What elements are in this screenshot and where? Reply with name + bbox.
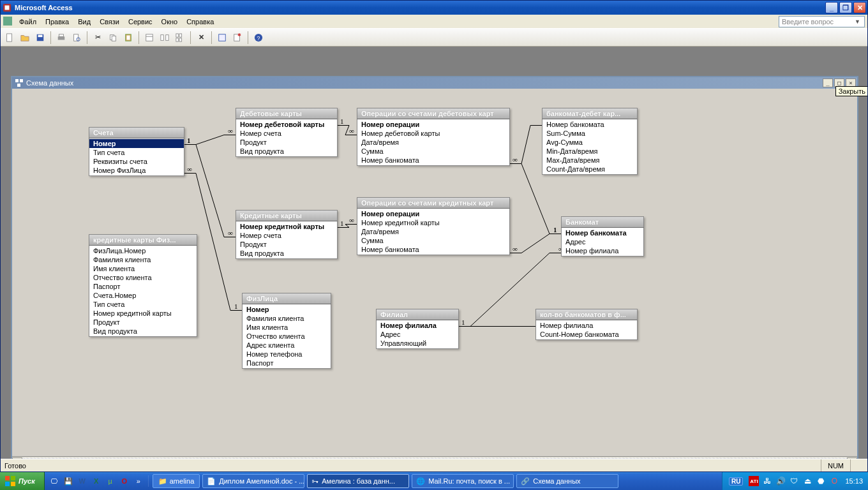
field[interactable]: Номер телефона bbox=[243, 350, 331, 359]
show-table-icon[interactable] bbox=[143, 31, 156, 44]
menu-window[interactable]: Окно bbox=[157, 17, 183, 27]
table-title[interactable]: Счета bbox=[89, 127, 184, 138]
schema-window-titlebar[interactable]: Схема данных _ □ × bbox=[12, 77, 857, 89]
scroll-right-icon[interactable]: ► bbox=[847, 457, 857, 459]
tray-ati-icon[interactable]: ATI bbox=[749, 476, 759, 486]
field[interactable]: Номер операции bbox=[357, 120, 509, 129]
field[interactable]: Номер филиала bbox=[536, 321, 637, 330]
ql-more-icon[interactable]: » bbox=[133, 475, 144, 487]
field[interactable]: Адрес bbox=[377, 330, 458, 339]
ql-word-icon[interactable]: W bbox=[77, 475, 88, 487]
field[interactable]: Тип счета bbox=[89, 300, 197, 309]
field[interactable]: Номер филиала bbox=[562, 246, 643, 255]
field[interactable]: Номер bbox=[243, 305, 331, 314]
scroll-track[interactable] bbox=[22, 457, 847, 459]
table-kred_fiz[interactable]: кредитные карты Физ...ФизЛица.НомерФамил… bbox=[89, 234, 197, 337]
taskbar-task-2[interactable]: 🌐Mail.Ru: почта, поиск в ... bbox=[412, 474, 514, 488]
ql-save-icon[interactable]: 💾 bbox=[63, 475, 74, 487]
open-icon[interactable] bbox=[19, 31, 31, 44]
start-button[interactable]: Пуск bbox=[0, 472, 45, 490]
field[interactable]: Фамилия клиента bbox=[89, 255, 197, 264]
table-title[interactable]: Филиал bbox=[376, 309, 459, 320]
tray-av-icon[interactable]: ⬣ bbox=[816, 476, 826, 486]
field[interactable]: Тип счета bbox=[89, 148, 184, 157]
field[interactable]: Номер банкомата bbox=[562, 228, 643, 237]
table-bankomat[interactable]: БанкоматНомер банкоматаАдресНомер филиал… bbox=[561, 216, 644, 256]
field[interactable]: Avg-Сумма bbox=[542, 138, 637, 147]
cut-icon[interactable]: ✂ bbox=[91, 31, 104, 44]
field[interactable]: Номер bbox=[89, 139, 184, 148]
tray-network-icon[interactable]: 🖧 bbox=[762, 476, 772, 486]
db-window-icon[interactable] bbox=[216, 31, 228, 44]
field[interactable]: Номер операции bbox=[357, 209, 509, 218]
field[interactable]: Count-Номер банкомата bbox=[536, 330, 637, 339]
table-title[interactable]: Дебетовые карты bbox=[236, 108, 338, 119]
table-title[interactable]: кредитные карты Физ... bbox=[89, 234, 197, 246]
taskbar-task-1[interactable]: 🗝Амелина : база данн... bbox=[307, 474, 409, 488]
field[interactable]: Номер банкомата bbox=[357, 245, 509, 254]
input-language[interactable]: RU bbox=[729, 477, 743, 486]
field[interactable]: Номер филиала bbox=[377, 321, 458, 330]
field[interactable]: Номер счета bbox=[236, 231, 337, 240]
print-icon[interactable] bbox=[55, 31, 68, 44]
paste-icon[interactable] bbox=[122, 31, 135, 44]
scroll-left-icon[interactable]: ◄ bbox=[12, 457, 22, 459]
menu-file[interactable]: Файл bbox=[15, 17, 41, 27]
copy-icon[interactable] bbox=[107, 31, 119, 44]
field[interactable]: Номер кредитной карты bbox=[357, 218, 509, 227]
ql-utorrent-icon[interactable]: µ bbox=[105, 475, 116, 487]
field[interactable]: Вид продукта bbox=[89, 327, 197, 336]
field[interactable]: Номер дебетовой карты bbox=[357, 129, 509, 138]
table-debet[interactable]: Дебетовые картыНомер дебетовой картыНоме… bbox=[236, 108, 338, 157]
show-all-icon[interactable] bbox=[174, 31, 186, 44]
control-menu-icon[interactable] bbox=[3, 17, 12, 27]
field[interactable]: Счета.Номер bbox=[89, 291, 197, 300]
tray-volume-icon[interactable]: 🔊 bbox=[775, 476, 786, 486]
horizontal-scrollbar[interactable]: ◄ ► bbox=[12, 456, 857, 459]
restore-button[interactable]: ❐ bbox=[839, 2, 852, 13]
field[interactable]: Sum-Сумма bbox=[542, 129, 637, 138]
field[interactable]: Номер счета bbox=[236, 129, 337, 138]
table-scheta[interactable]: СчетаНомерТип счетаРеквизиты счетаНомер … bbox=[89, 127, 184, 176]
field[interactable]: Реквизиты счета bbox=[89, 157, 184, 166]
tray-opera-icon[interactable]: O bbox=[829, 476, 839, 486]
inner-minimize-button[interactable]: _ bbox=[823, 78, 833, 87]
field[interactable]: Max-Дата/время bbox=[542, 156, 637, 165]
field[interactable]: Вид продукта bbox=[236, 147, 337, 156]
field[interactable]: Вид продукта bbox=[236, 249, 337, 258]
help-icon[interactable]: ? bbox=[252, 31, 265, 44]
print-preview-icon[interactable] bbox=[70, 31, 83, 44]
table-title[interactable]: Кредитные карты bbox=[236, 210, 338, 221]
minimize-button[interactable]: _ bbox=[825, 2, 838, 13]
menu-view[interactable]: Вид bbox=[73, 17, 95, 27]
table-title[interactable]: Банкомат bbox=[561, 216, 644, 228]
field[interactable]: Имя клиента bbox=[89, 264, 197, 273]
close-button[interactable]: ✕ bbox=[853, 2, 866, 13]
table-title[interactable]: Операции со счетами кредитных карт bbox=[357, 197, 510, 209]
field[interactable]: Продукт bbox=[236, 240, 337, 249]
field[interactable]: Паспорт bbox=[89, 282, 197, 291]
field[interactable]: Адрес bbox=[562, 237, 643, 246]
field[interactable]: Сумма bbox=[357, 236, 509, 245]
schema-canvas[interactable]: 1∞1∞∞11∞1∞∞1∞1∞1 СчетаНомерТип счетаРекв… bbox=[12, 89, 857, 456]
field[interactable]: ФизЛица.Номер bbox=[89, 246, 197, 255]
field[interactable]: Номер дебетовой карты bbox=[236, 120, 337, 129]
menu-tools[interactable]: Сервис bbox=[124, 17, 157, 27]
field[interactable]: Номер ФизЛица bbox=[89, 166, 184, 175]
taskbar-task-0[interactable]: 📄Диплом Амелиной.doc - ... bbox=[202, 474, 304, 488]
table-op_kredit[interactable]: Операции со счетами кредитных картНомер … bbox=[357, 197, 510, 255]
table-title[interactable]: Операции со счетами дебетовых карт bbox=[357, 108, 510, 119]
field[interactable]: Имя клиента bbox=[243, 323, 331, 332]
table-filial[interactable]: ФилиалНомер филиалаАдресУправляющий bbox=[376, 309, 459, 349]
save-icon[interactable] bbox=[34, 31, 47, 44]
field[interactable]: Дата/время bbox=[357, 138, 509, 147]
field[interactable]: Номер кредитной карты bbox=[89, 309, 197, 318]
field[interactable]: Управляющий bbox=[377, 339, 458, 348]
tray-usb-icon[interactable]: ⏏ bbox=[802, 476, 812, 486]
field[interactable]: Продукт bbox=[236, 138, 337, 147]
table-title[interactable]: ФизЛица bbox=[242, 293, 331, 304]
new-object-icon[interactable]: ✱ bbox=[231, 31, 244, 44]
table-fizlica[interactable]: ФизЛицаНомерФамилия клиентаИмя клиентаОт… bbox=[242, 293, 331, 369]
ql-excel-icon[interactable]: X bbox=[91, 475, 102, 487]
table-op_debet[interactable]: Операции со счетами дебетовых картНомер … bbox=[357, 108, 510, 166]
